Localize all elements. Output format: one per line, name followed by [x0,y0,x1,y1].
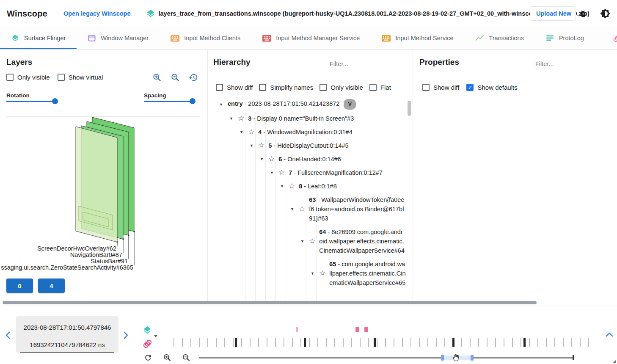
collapse-arrow-icon[interactable]: ▼ [300,237,305,246]
zoom-in-icon[interactable] [151,72,163,83]
tab-input-method-service[interactable]: Input Method Service [371,27,464,49]
timeline-dark-tick [523,338,526,347]
bug-report-button[interactable] [578,8,588,19]
zoom-out-icon[interactable] [170,72,181,83]
trace-selector-caret-icon[interactable] [154,335,158,337]
timeline-ticks[interactable] [174,338,590,347]
collapse-arrow-icon[interactable]: ▼ [218,100,224,109]
collapse-arrow-icon[interactable]: ▼ [310,269,315,278]
pin-star-icon[interactable]: ☆ [289,182,295,190]
tab-label: Surface Flinger [24,35,66,41]
spacing-slider[interactable] [144,98,195,104]
rotation-slider[interactable] [6,98,57,104]
tree-row[interactable]: ▼ ☆ 65- com.google.android.wallpaper.eff… [213,257,406,290]
only-visible-checkbox[interactable]: Only visible [6,74,50,81]
previous-entry-button[interactable] [4,331,12,341]
layers-trace-icon [146,9,155,18]
open-legacy-winscope-link[interactable]: Open legacy Winscope [63,10,131,17]
range-slider-track[interactable] [199,357,573,358]
pin-star-icon[interactable]: ☆ [319,270,325,277]
tree-row[interactable]: ▼ ☆ 4- WindowedMagnification:0:31#4 [213,125,406,139]
reset-view-icon[interactable] [188,72,199,83]
tree-row[interactable]: ▼ ☆ 63- WallpaperWindowToken{fa0eef6 tok… [213,193,406,225]
checkbox-box [6,74,14,81]
collapse-arrow-icon[interactable]: ▼ [239,127,244,137]
tree-row[interactable]: ▼ ☆ 64- 8e26909 com.google.android.wallp… [213,225,406,257]
tab-input-method-manager-service[interactable]: Input Method Manager Service [251,27,371,49]
timestamp-human-input[interactable] [20,319,114,335]
tree-row[interactable]: ▼ ☆ 5- HideDisplayCutout:0:14#5 [213,139,406,152]
layers-panel-title: Layers [6,58,32,67]
list-icon [546,34,554,42]
tab-protolog[interactable]: ProtoLog [535,27,595,49]
brightness-icon [600,8,610,19]
pin-star-icon[interactable]: ☆ [248,128,254,136]
collapse-arrow-icon[interactable]: ▼ [229,114,234,123]
pin-star-icon[interactable]: ☆ [299,205,305,213]
simplify-names-checkbox[interactable]: Simplify names [259,84,313,91]
checkbox-label: Only visible [17,74,50,81]
tab-window-manager[interactable]: Window Manager [77,27,160,49]
transition-marker [364,327,368,332]
rotation-slider-thumb[interactable] [52,98,58,104]
layers-3d-canvas[interactable]: ScreenDecorHwcOverlay#62 NavigationBar0#… [0,108,199,273]
timeline-zoom-out-icon[interactable] [181,353,191,363]
hierarchy-scrollbar[interactable] [408,101,411,304]
collapse-arrow-icon[interactable]: ▼ [289,204,295,214]
tab-label: Transactions [489,35,523,41]
collapse-arrow-icon[interactable]: ▼ [249,141,254,150]
collapse-timeline-button[interactable] [604,331,614,339]
pin-star-icon[interactable]: ☆ [258,142,264,149]
layers-icon [11,34,19,42]
flat-checkbox[interactable]: Flat [369,84,391,91]
checkbox-label: Simplify names [270,84,313,91]
timeline-zoom-in-icon[interactable] [162,353,172,363]
pin-star-icon[interactable]: ☆ [268,155,275,163]
pin-star-icon[interactable]: ☆ [238,115,244,122]
display-button-4[interactable]: 4 [38,279,65,293]
transitions-trace-icon[interactable] [143,339,153,349]
horizontal-scrollbar[interactable] [3,301,537,304]
show-diff-checkbox[interactable]: Show diff [422,84,459,91]
tree-row-entry[interactable]: ▼ entry- 2023-08-28T17:01:50.421423872V [213,97,406,112]
upload-new-button[interactable]: Upload New [530,6,576,21]
tab-transitions[interactable]: Transitions [602,27,617,49]
timeline-range-slider[interactable] [199,354,573,361]
collapse-arrow-icon[interactable]: ▼ [259,154,264,164]
main-content: Layers Only visible Show virtual [0,50,617,301]
tab-input-method-clients[interactable]: Input Method Clients [160,27,251,49]
pin-star-icon[interactable]: ☆ [278,169,285,176]
collapse-arrow-icon[interactable]: ▼ [269,168,275,177]
checkbox-box [216,84,223,91]
tab-surface-flinger[interactable]: Surface Flinger [0,27,77,49]
properties-filter-input[interactable] [534,59,610,70]
spacing-slider-thumb[interactable] [190,98,196,104]
range-slider-right-handle[interactable] [471,355,474,361]
hierarchy-filter-input[interactable] [329,59,404,70]
tree-row[interactable]: ▼ ☆ 7- FullscreenMagnification:0:12#7 [213,166,406,179]
tab-transactions[interactable]: Transactions [464,27,534,49]
range-slider-selection[interactable] [442,356,472,360]
layers-panel: Layers Only visible Show virtual [0,50,207,301]
surface-flinger-trace-icon[interactable] [143,325,153,335]
only-visible-checkbox[interactable]: Only visible [320,84,363,91]
pin-star-icon[interactable]: ☆ [309,237,315,245]
refresh-icon[interactable] [143,353,153,363]
next-entry-button[interactable] [122,331,129,341]
dark-mode-toggle[interactable] [599,8,611,19]
collapse-arrow-icon[interactable]: ▼ [279,182,285,191]
show-diff-checkbox[interactable]: Show diff [216,84,253,91]
bug-icon [578,9,587,18]
show-virtual-checkbox[interactable]: Show virtual [58,74,103,81]
display-button-0[interactable]: 0 [6,279,33,293]
tree-row[interactable]: ▼ ☆ 3- Display 0 name="Built-in Screen"#… [213,112,406,125]
tree-row[interactable]: ▼ ☆ 6- OneHanded:0:14#6 [213,152,406,166]
hierarchy-scrollbar-thumb[interactable] [408,101,411,116]
timeline-dark-tick [235,338,237,347]
timestamp-box [16,316,118,353]
timestamp-ns-input[interactable] [20,336,114,353]
tree-row[interactable]: ▼ ☆ 8- Leaf:0:1#8 [213,179,406,193]
transition-marker [355,327,359,332]
range-slider-left-handle[interactable] [441,355,444,361]
show-defaults-checkbox[interactable]: ✓ Show defaults [466,84,517,91]
